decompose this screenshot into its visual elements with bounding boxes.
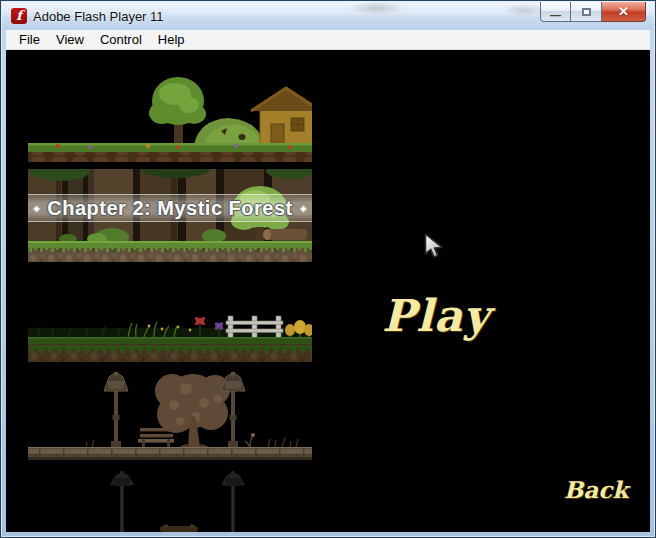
window-controls: — ✕ xyxy=(540,2,646,22)
chapter-banner[interactable]: ✦ Chapter 2: Mystic Forest ✦ xyxy=(28,194,312,222)
flash-logo-icon: f xyxy=(11,8,27,24)
level-thumbnail-meadow-cottage[interactable] xyxy=(28,69,312,162)
maximize-button[interactable] xyxy=(571,2,602,22)
level-thumbnail-dark-park[interactable] xyxy=(28,369,312,460)
maximize-icon xyxy=(582,8,591,16)
flash-player-window: f Adobe Flash Player 11 — ✕ File View Co… xyxy=(0,0,656,538)
menu-control[interactable]: Control xyxy=(92,31,150,48)
minimize-button[interactable]: — xyxy=(540,2,571,22)
chapter-title: Chapter 2: Mystic Forest xyxy=(47,197,292,220)
level-thumbnail-night-lamps[interactable] xyxy=(28,469,312,532)
window-title: Adobe Flash Player 11 xyxy=(33,9,164,24)
sparkle-icon: ✦ xyxy=(299,203,308,216)
play-button[interactable]: Play xyxy=(374,290,498,341)
menu-bar: File View Control Help xyxy=(6,30,650,50)
sparkle-icon: ✦ xyxy=(32,203,41,216)
menu-view[interactable]: View xyxy=(48,31,92,48)
menu-file[interactable]: File xyxy=(11,31,48,48)
minimize-icon: — xyxy=(550,9,561,21)
game-stage: ✦ Chapter 2: Mystic Forest ✦ xyxy=(6,50,650,532)
back-button[interactable]: Back xyxy=(550,476,642,503)
menu-help[interactable]: Help xyxy=(150,31,193,48)
level-thumbnail-night-meadow[interactable] xyxy=(28,301,312,362)
title-bar[interactable]: f Adobe Flash Player 11 — ✕ xyxy=(2,2,654,30)
close-button[interactable]: ✕ xyxy=(602,2,646,22)
mouse-cursor-icon xyxy=(424,233,444,259)
close-icon: ✕ xyxy=(618,4,629,19)
